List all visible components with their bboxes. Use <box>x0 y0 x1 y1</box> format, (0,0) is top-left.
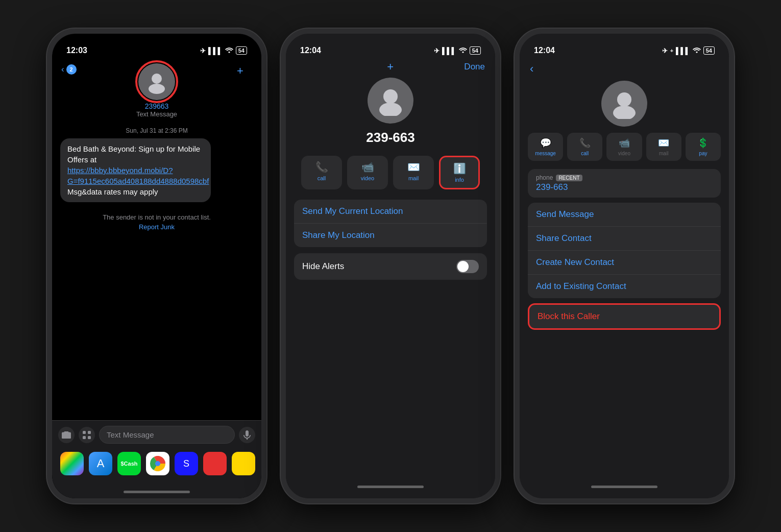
svg-point-0 <box>152 74 162 84</box>
chrome-app-icon[interactable] <box>146 452 169 475</box>
apps-icon <box>83 431 91 439</box>
video-icon-2: 📹 <box>361 161 374 173</box>
mail-btn-3[interactable]: ✉️ mail <box>646 133 681 161</box>
phone-3: 12:04 ✈ + ▌▌▌ 54 ‹ <box>515 29 734 503</box>
video-label-3: video <box>618 151 630 156</box>
phone-1-screen: 12:03 ✈ ▌▌▌ 54 ‹ 2 + <box>52 34 261 498</box>
share-contact-row[interactable]: Share Contact <box>528 227 721 251</box>
camera-icon <box>62 431 71 439</box>
back-button-1[interactable]: ‹ 2 <box>61 64 77 75</box>
status-icons-3: ✈ + ▌▌▌ 54 <box>662 46 715 55</box>
camera-button[interactable] <box>58 427 75 443</box>
time-2: 12:04 <box>300 46 321 55</box>
action-btns-3: 💬 message 📞 call 📹 video ✉️ mail 💲 <box>520 133 729 161</box>
plus-icon-3: + <box>670 47 673 54</box>
location-icon-2: ✈ <box>434 47 440 55</box>
not-in-contacts-text: The sender is not in your contact list. <box>52 213 261 221</box>
mic-icon <box>243 430 251 440</box>
wifi-icon-3 <box>693 47 701 55</box>
svg-rect-3 <box>88 431 91 434</box>
input-row: Text Message <box>52 421 261 449</box>
svg-point-11 <box>613 106 636 119</box>
person-icon-3 <box>609 88 640 119</box>
info-icon: ℹ️ <box>453 162 466 175</box>
plus-btn-2[interactable]: + <box>387 60 394 74</box>
message-icon-3: 💬 <box>540 137 551 149</box>
status-icons-1: ✈ ▌▌▌ 54 <box>200 46 247 55</box>
video-btn-3[interactable]: 📹 video <box>606 133 642 161</box>
phone3-header: ‹ <box>520 60 729 81</box>
hide-alerts-toggle[interactable] <box>456 260 479 273</box>
message-date: Sun, Jul 31 at 2:36 PM <box>52 127 261 134</box>
pay-icon-3: 💲 <box>697 137 709 149</box>
block-caller-section[interactable]: Block this Caller <box>528 303 721 330</box>
signal-icon-2: ▌▌▌ <box>442 47 456 55</box>
mic-button[interactable] <box>239 427 255 443</box>
home-indicator-2 <box>357 486 424 488</box>
message-label-3: message <box>535 151 556 156</box>
message-input[interactable]: Text Message <box>99 426 235 444</box>
svg-rect-4 <box>83 436 86 439</box>
signal-icon-3: ▌▌▌ <box>676 47 690 55</box>
contact-avatar-3 <box>601 81 647 127</box>
report-junk-link[interactable]: Report Junk <box>52 223 261 231</box>
send-message-row[interactable]: Send Message <box>528 203 721 227</box>
message-link[interactable]: https://bbby.bbbeyond.mobi/D?G=f9115ec60… <box>67 166 209 185</box>
wifi-icon-2 <box>459 47 467 55</box>
bitmoji-app-icon[interactable] <box>232 452 255 475</box>
create-contact-row[interactable]: Create New Contact <box>528 251 721 275</box>
back-button-3[interactable]: ‹ <box>530 62 533 76</box>
photos-app-icon[interactable] <box>60 452 84 475</box>
svg-rect-5 <box>88 436 91 439</box>
home-indicator-3 <box>591 486 657 488</box>
call-label-3: call <box>581 151 589 156</box>
info-button-highlighted[interactable]: ℹ️ info <box>439 156 480 189</box>
call-button-2[interactable]: 📞 call <box>301 156 342 189</box>
message-btn-3[interactable]: 💬 message <box>528 133 563 161</box>
video-icon-3: 📹 <box>619 137 630 149</box>
svg-point-10 <box>617 92 631 107</box>
mail-label-2: mail <box>408 175 419 181</box>
contact-name-1[interactable]: 239663 <box>145 102 169 110</box>
mail-label-3: mail <box>659 151 668 156</box>
svg-point-9 <box>379 103 402 116</box>
phone-1: 12:03 ✈ ▌▌▌ 54 ‹ 2 + <box>47 29 266 503</box>
cash-app-icon[interactable]: $Cash <box>117 452 141 475</box>
svg-point-1 <box>149 84 165 94</box>
app-dock: A $Cash S <box>52 449 261 491</box>
video-button-2[interactable]: 📹 video <box>347 156 388 189</box>
phone-number-3[interactable]: 239-663 <box>536 182 713 192</box>
shazam-app-icon[interactable]: S <box>175 452 198 475</box>
time-1: 12:03 <box>66 46 87 55</box>
back-badge: 2 <box>66 64 77 75</box>
add-existing-row[interactable]: Add to Existing Contact <box>528 275 721 298</box>
block-caller-text: Block this Caller <box>538 311 600 321</box>
phone-2-screen: 12:04 ✈ ▌▌▌ 54 + Done <box>286 34 495 498</box>
svg-point-7 <box>155 461 160 466</box>
mail-button-2[interactable]: ✉️ mail <box>393 156 434 189</box>
appstore-app-icon[interactable]: A <box>89 452 112 475</box>
phone-section: phone RECENT 239-663 <box>528 169 721 198</box>
contact-avatar-highlighted[interactable] <box>138 63 175 100</box>
phone-2: 12:04 ✈ ▌▌▌ 54 + Done <box>281 29 500 503</box>
status-icons-2: ✈ ▌▌▌ 54 <box>434 46 481 55</box>
phone-icon-3: 📞 <box>579 137 591 149</box>
wifi-icon <box>225 47 233 55</box>
red-app-icon[interactable] <box>203 452 227 475</box>
share-location-row[interactable]: Share My Location <box>294 224 487 247</box>
plus-icon[interactable]: + <box>237 64 243 77</box>
mail-icon-2: ✉️ <box>407 161 420 173</box>
phones-container: 12:03 ✈ ▌▌▌ 54 ‹ 2 + <box>47 29 734 503</box>
info-label: info <box>455 177 464 183</box>
contact-big-name: 239-663 <box>286 130 495 146</box>
pay-btn-3[interactable]: 💲 pay <box>686 133 721 161</box>
call-btn-3[interactable]: 📞 call <box>567 133 602 161</box>
apps-button[interactable] <box>79 427 95 443</box>
send-location-row[interactable]: Send My Current Location <box>294 200 487 224</box>
status-bar-2: 12:04 ✈ ▌▌▌ 54 <box>286 34 495 60</box>
done-button[interactable]: Done <box>464 62 485 72</box>
chrome-icon <box>150 456 165 471</box>
location-section: Send My Current Location Share My Locati… <box>294 200 487 247</box>
action-buttons-row: 📞 call 📹 video ✉️ mail ℹ️ info <box>286 156 495 189</box>
signal-icon: ▌▌▌ <box>208 47 223 55</box>
